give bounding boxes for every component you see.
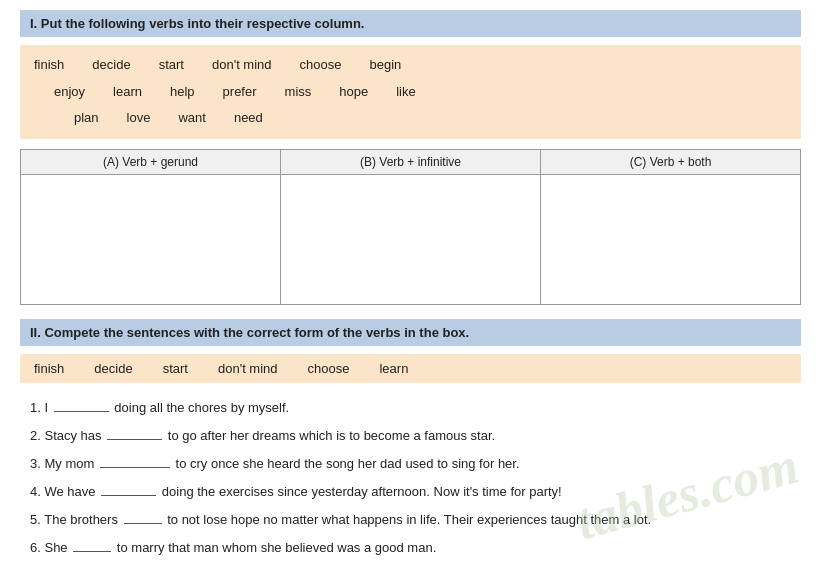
blank-1 (54, 398, 109, 412)
word: love (127, 106, 151, 131)
word: don't mind (218, 361, 278, 376)
word: choose (308, 361, 350, 376)
word: learn (113, 80, 142, 105)
sentence-5: The brothers to not lose hope no matter … (30, 507, 801, 533)
word: hope (339, 80, 368, 105)
word: begin (369, 53, 401, 78)
word: need (234, 106, 263, 131)
sentence-4: We have doing the exercises since yester… (30, 479, 801, 505)
word: finish (34, 53, 64, 78)
sentence-6: She to marry that man whom she believed … (30, 535, 801, 561)
word: want (178, 106, 205, 131)
word: start (159, 53, 184, 78)
section2: II. Compete the sentences with the corre… (20, 319, 801, 561)
word: miss (285, 80, 312, 105)
word: start (163, 361, 188, 376)
word: learn (379, 361, 408, 376)
sentence-1: I doing all the chores by myself. (30, 395, 801, 421)
verb-table: (A) Verb + gerund (B) Verb + infinitive … (20, 149, 801, 305)
col-c-cell (541, 175, 801, 305)
col-b-header: (B) Verb + infinitive (281, 150, 541, 175)
col-a-cell (21, 175, 281, 305)
word: prefer (223, 80, 257, 105)
section1-word-box: finish decide start don't mind choose be… (20, 45, 801, 139)
blank-4 (101, 482, 156, 496)
word: help (170, 80, 195, 105)
section1: I. Put the following verbs into their re… (20, 10, 801, 305)
blank-2 (107, 426, 162, 440)
sentence-2: Stacy has to go after her dreams which i… (30, 423, 801, 449)
word: enjoy (54, 80, 85, 105)
word: plan (74, 106, 99, 131)
sentences-list: I doing all the chores by myself. Stacy … (20, 395, 801, 561)
section2-word-box: finish decide start don't mind choose le… (20, 354, 801, 383)
section1-header: I. Put the following verbs into their re… (20, 10, 801, 37)
sentence-3: My mom to cry once she heard the song he… (30, 451, 801, 477)
col-b-cell (281, 175, 541, 305)
section2-header: II. Compete the sentences with the corre… (20, 319, 801, 346)
word: choose (300, 53, 342, 78)
col-c-header: (C) Verb + both (541, 150, 801, 175)
word: finish (34, 361, 64, 376)
word: decide (94, 361, 132, 376)
blank-3 (100, 454, 170, 468)
col-a-header: (A) Verb + gerund (21, 150, 281, 175)
blank-5 (124, 510, 162, 524)
word: don't mind (212, 53, 272, 78)
word: like (396, 80, 416, 105)
blank-6 (73, 538, 111, 552)
word: decide (92, 53, 130, 78)
